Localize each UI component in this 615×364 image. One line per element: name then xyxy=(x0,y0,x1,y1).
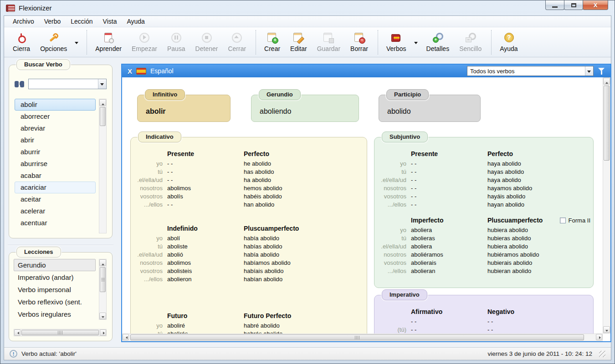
conjugation-row: nosotrosaboliéramoshubiéramos abolido xyxy=(374,251,593,259)
verb-item-acabar[interactable]: acabar xyxy=(15,170,96,182)
scroll-left-icon[interactable] xyxy=(14,329,20,336)
conjugation-row: vosotros- -hayáis abolido xyxy=(374,193,593,201)
close-button[interactable]: X xyxy=(583,0,608,10)
verb-item-abrir[interactable]: abrir xyxy=(15,134,96,146)
scrollbar-thumb[interactable] xyxy=(100,267,106,292)
toolbar-button-opciones[interactable]: Opciones xyxy=(35,30,72,55)
scroll-up-icon[interactable] xyxy=(603,78,610,85)
conjugation-row: nosotrosabolimoshemos abolido xyxy=(131,185,367,193)
toolbar-button-detener[interactable]: Detener xyxy=(190,30,223,55)
conjugation-panel: X Español Todos los verbos Infinitiv xyxy=(121,64,611,342)
lesson-item-verbo-reflexivo-sent[interactable]: Verbo reflexivo (sent. xyxy=(14,296,96,308)
search-row xyxy=(15,79,107,89)
verb-item-aborrecer[interactable]: aborrecer xyxy=(15,111,96,122)
wrench-icon xyxy=(48,32,60,43)
menu-archivo[interactable]: Archivo xyxy=(8,16,39,26)
edit-icon xyxy=(292,32,304,43)
menu-ayuda[interactable]: Ayuda xyxy=(122,16,149,26)
verb-item-abreviar[interactable]: abreviar xyxy=(15,122,96,134)
panel-close-icon[interactable]: X xyxy=(128,68,132,75)
verb-item-aburrirse[interactable]: aburrirse xyxy=(15,158,96,170)
lesson-item-verbos-iregulares[interactable]: Verbos iregulares xyxy=(14,308,96,319)
toolbar-button-sencillo[interactable]: Sencillo xyxy=(454,30,487,55)
toolbar-button-editar[interactable]: Editar xyxy=(285,30,312,55)
panel-vscrollbar[interactable] xyxy=(603,77,610,334)
verb-item-acentuar[interactable]: acentuar xyxy=(15,217,96,229)
conjugation-row: yoabolíhabía abolido xyxy=(131,235,367,243)
verb-item-aceitar[interactable]: aceitar xyxy=(15,193,96,205)
lesson-item-verbo-impersonal[interactable]: Verbo impersonal xyxy=(14,283,96,296)
scroll-right-icon[interactable] xyxy=(100,329,106,336)
toolbar-button-aprender[interactable]: Aprender xyxy=(87,30,127,55)
verb-item-acelerar[interactable]: acelerar xyxy=(15,205,96,217)
verb-item-abolir[interactable]: abolir xyxy=(15,99,96,111)
basic-form-infinitivo: Infinitivo abolir xyxy=(137,95,231,122)
menu-verbo[interactable]: Verbo xyxy=(39,16,66,26)
toolbar-button-detalles[interactable]: Detalles xyxy=(421,30,455,55)
toolbar-button-crear[interactable]: Crear xyxy=(256,30,285,55)
learn-icon xyxy=(102,32,114,43)
scrollbar-thumb[interactable] xyxy=(130,334,584,340)
scrollbar-thumb[interactable] xyxy=(21,330,99,335)
lessons-hscrollbar[interactable] xyxy=(14,329,107,336)
toolbar-button-cerrar[interactable]: Cerrar xyxy=(223,30,251,55)
indicativo-presente-block: PresentePerfecto yo- -he abolidotú- -has… xyxy=(131,150,367,209)
conjugation-row: túabolistehabías abolido xyxy=(131,243,367,251)
combo-dropdown-icon[interactable] xyxy=(98,79,106,89)
verb-list-scrollbar[interactable] xyxy=(99,99,107,233)
scrollbar-thumb[interactable] xyxy=(604,86,610,161)
toolbar-button-guardar[interactable]: Guardar xyxy=(312,30,345,55)
conjugation-row: yoaboliréhabré abolido xyxy=(131,322,367,330)
indicativo-futuro-block: FuturoFuturo Perfecto yoaboliréhabré abo… xyxy=(131,312,367,334)
verb-item-acariciar[interactable]: acariciar xyxy=(15,182,96,193)
conjugation-row: (tú)- -- - xyxy=(374,326,593,334)
toolbar-button-cierra[interactable]: Cierra xyxy=(8,30,35,55)
toolbar-button-borrar[interactable]: Borrar xyxy=(345,30,373,55)
window-title: Flexionizer xyxy=(19,4,52,12)
scroll-up-icon[interactable] xyxy=(99,259,106,266)
status-bar: ! Verbo actual: 'abolir' viernes 3 de ju… xyxy=(4,347,611,360)
conjugation-row: .el/ella/ud- -ha abolido xyxy=(131,177,367,185)
forma-ii-option: Forma II xyxy=(560,217,590,224)
scroll-left-icon[interactable] xyxy=(123,334,129,340)
lesson-item-imperativo-andar[interactable]: Imperativo (andar) xyxy=(14,271,96,283)
conjugation-row: vosotrosabolíshabéis abolido xyxy=(131,193,367,201)
resize-grip[interactable] xyxy=(599,351,605,357)
scrollbar-thumb[interactable] xyxy=(100,107,106,126)
conjugation-row: .../ellosabolieronhabían abolido xyxy=(131,276,367,284)
verb-filter-combobox[interactable]: Todos los verbos xyxy=(467,66,594,76)
forma-ii-checkbox[interactable] xyxy=(560,217,566,223)
title-bar[interactable]: Flexionizer X xyxy=(0,0,615,15)
verb-item-aburrir[interactable]: aburrir xyxy=(15,146,96,158)
menu-vista[interactable]: Vista xyxy=(98,16,122,26)
scroll-down-icon[interactable] xyxy=(603,326,610,333)
lesson-item-gerundio[interactable]: Gerundio xyxy=(14,259,96,271)
panel-hscrollbar[interactable] xyxy=(122,334,603,341)
minimize-button[interactable] xyxy=(545,0,564,10)
delete-icon xyxy=(354,32,365,43)
combo-dropdown-icon[interactable] xyxy=(585,66,593,76)
conjugation-row: vosotrosabolisteishabíais abolido xyxy=(131,268,367,276)
panel-title: Español xyxy=(150,67,174,75)
status-datetime: viernes 3 de junio de 2011 - 10: 24: 12 xyxy=(488,350,592,357)
filter-funnel-icon[interactable] xyxy=(598,67,605,75)
stop-icon xyxy=(201,32,213,43)
app-window: Flexionizer X ArchivoVerboLecciónVistaAy… xyxy=(0,0,615,364)
toolbar-button-verbos[interactable]: Verbos xyxy=(378,30,411,55)
panel-header: X Español Todos los verbos xyxy=(122,65,610,77)
toolbar-button-ayuda[interactable]: Ayuda xyxy=(491,30,523,55)
toolbar-button-empezar[interactable]: Empezar xyxy=(127,30,162,55)
subjuntivo-imperfecto-block: ImperfectoPluscuamperfecto Forma II yoab… xyxy=(374,217,593,276)
scroll-up-icon[interactable] xyxy=(99,99,106,106)
scroll-right-icon[interactable] xyxy=(596,334,602,340)
close-icon: X xyxy=(594,2,598,9)
scroll-down-icon[interactable] xyxy=(99,313,106,319)
menu-lecci-n[interactable]: Lección xyxy=(66,16,97,26)
lessons-vscrollbar[interactable] xyxy=(99,259,107,320)
indicativo-title: Indicativo xyxy=(138,131,181,142)
panel-body: Infinitivo abolir Gerundio aboliendo Par… xyxy=(122,77,603,334)
verb-filter-value: Todos los verbos xyxy=(467,68,585,75)
toolbar-button-pausa[interactable]: Pausa xyxy=(162,30,190,55)
verb-search-combobox[interactable] xyxy=(28,79,107,89)
maximize-button[interactable] xyxy=(564,0,583,10)
